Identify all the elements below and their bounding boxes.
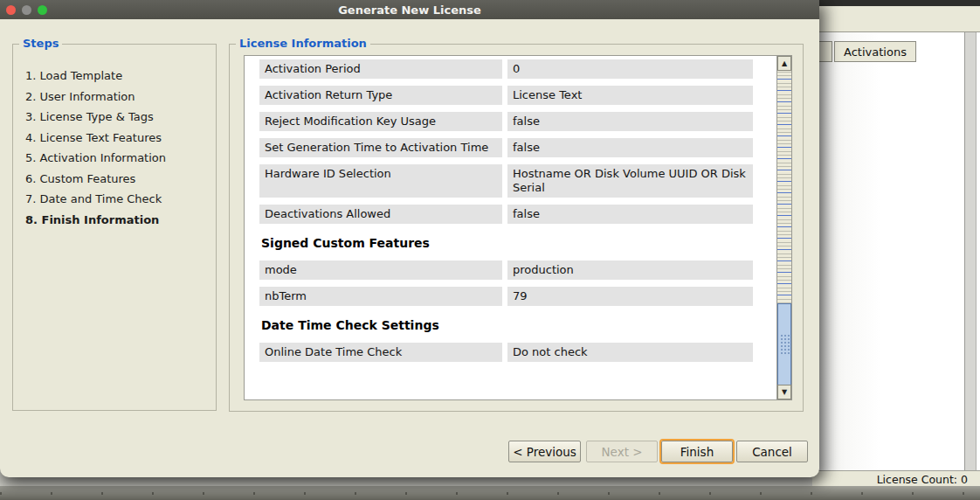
- row-label-cell: nbTerm: [259, 287, 502, 306]
- row-value-cell: License Text: [507, 86, 753, 105]
- step-item[interactable]: 7. Date and Time Check: [25, 189, 216, 210]
- scroll-up-icon[interactable]: ▲: [777, 56, 791, 71]
- tab-activations[interactable]: Activations: [834, 41, 916, 62]
- license-info-groupbox: License Information Activation Period 0 …: [229, 44, 804, 412]
- step-item[interactable]: 1. Load Template: [25, 66, 216, 87]
- row-label-cell: Set Generation Time to Activation Time: [259, 138, 502, 157]
- license-info-groupbox-title: License Information: [236, 37, 370, 50]
- step-item[interactable]: 3. License Type & Tags: [25, 107, 216, 128]
- generate-license-dialog: Generate New License Steps 1. Load Templ…: [0, 0, 819, 477]
- background-window-titlebar: [812, 0, 980, 6]
- scrollbar-thumb[interactable]: [777, 303, 791, 385]
- table-row: Online Date Time Check Do not check: [259, 343, 777, 362]
- table-row: Activation Return Type License Text: [259, 86, 777, 105]
- section-heading: Signed Custom Features: [261, 236, 777, 250]
- license-count-status: License Count: 0: [812, 470, 980, 488]
- step-item-label: 3. License Type & Tags: [25, 110, 154, 123]
- row-label-cell: Deactivations Allowed: [259, 205, 502, 224]
- dialog-title: Generate New License: [338, 3, 481, 17]
- previous-button[interactable]: < Previous: [508, 441, 581, 462]
- row-value-cell: Do not check: [507, 343, 753, 362]
- step-item-label: 7. Date and Time Check: [25, 192, 162, 205]
- license-info-scrollview: Activation Period 0 Activation Return Ty…: [244, 55, 792, 400]
- table-row: Deactivations Allowed false: [259, 205, 777, 224]
- dialog-titlebar[interactable]: Generate New License: [0, 0, 819, 19]
- steps-groupbox: Steps 1. Load Template2. User Informatio…: [12, 44, 217, 411]
- activations-panel: Activations: [812, 32, 980, 470]
- step-item-label: 4. License Text Features: [25, 131, 162, 144]
- row-value-cell: false: [507, 112, 753, 131]
- row-label-cell: Hardware ID Selection: [259, 164, 502, 198]
- row-value-cell: 0: [507, 59, 753, 79]
- table-row: Set Generation Time to Activation Time f…: [259, 138, 777, 157]
- steps-groupbox-title: Steps: [19, 37, 62, 50]
- close-button[interactable]: [6, 5, 16, 15]
- step-item-label: 1. Load Template: [25, 69, 122, 82]
- traffic-lights: [6, 5, 47, 15]
- minimize-button[interactable]: [22, 5, 31, 15]
- step-item-label: 5. Activation Information: [25, 151, 166, 164]
- scroll-down-icon[interactable]: ▼: [777, 385, 791, 399]
- row-label-cell: Online Date Time Check: [259, 343, 502, 362]
- step-item[interactable]: 5. Activation Information: [25, 148, 216, 169]
- background-window-scrollbar[interactable]: [964, 32, 977, 470]
- screen: Activations License Count: 0 Generate Ne…: [0, 0, 980, 500]
- row-label-cell: Reject Modification Key Usage: [259, 112, 502, 131]
- table-row: Reject Modification Key Usage false: [259, 112, 777, 131]
- row-label-cell: Activation Return Type: [259, 86, 502, 105]
- cancel-button[interactable]: Cancel: [736, 441, 808, 462]
- table-row: mode production: [259, 260, 777, 280]
- vertical-scrollbar[interactable]: ▲ ▼: [776, 56, 791, 399]
- row-label-cell: mode: [259, 260, 502, 280]
- table-row: Hardware ID Selection Hostname OR Disk V…: [259, 164, 777, 198]
- next-button[interactable]: Next >: [586, 441, 658, 462]
- step-item-label: 8. Finish Information: [25, 213, 159, 226]
- step-item[interactable]: 6. Custom Features: [25, 169, 216, 190]
- license-table: Activation Period 0 Activation Return Ty…: [245, 56, 777, 369]
- steps-list: 1. Load Template2. User Information3. Li…: [13, 45, 216, 230]
- section-heading: Date Time Check Settings: [261, 318, 777, 332]
- background-window: Activations License Count: 0: [812, 0, 980, 488]
- zoom-button[interactable]: [38, 5, 47, 15]
- table-row: Activation Period 0: [259, 59, 777, 79]
- row-value-cell: false: [507, 138, 753, 157]
- row-value-cell: Hostname OR Disk Volume UUID OR Disk Ser…: [507, 164, 753, 198]
- step-item-label: 6. Custom Features: [25, 172, 135, 185]
- bottom-desktop-strip: [0, 486, 980, 500]
- row-value-cell: false: [507, 205, 753, 224]
- row-label-cell: Activation Period: [259, 59, 502, 79]
- row-value-cell: production: [507, 260, 753, 280]
- step-item[interactable]: 8. Finish Information: [25, 210, 216, 231]
- row-value-cell: 79: [507, 287, 753, 306]
- step-item-label: 2. User Information: [25, 90, 135, 103]
- blurred-background-text: [0, 492, 980, 495]
- background-window-toolbar: [812, 6, 980, 32]
- finish-button[interactable]: Finish: [661, 441, 733, 462]
- table-row: nbTerm 79: [259, 287, 777, 306]
- step-item[interactable]: 2. User Information: [25, 87, 216, 108]
- step-item[interactable]: 4. License Text Features: [25, 128, 216, 149]
